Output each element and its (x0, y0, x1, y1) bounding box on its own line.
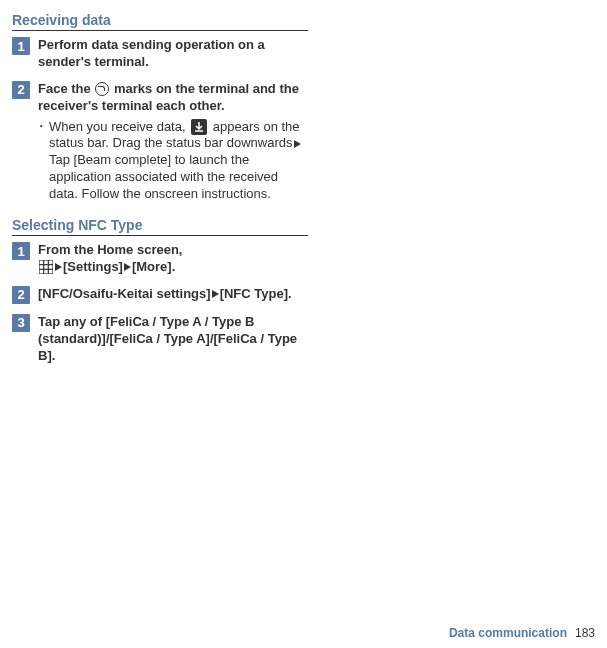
text-part: When you receive data, (49, 119, 189, 134)
page-footer: Data communication 183 (449, 626, 595, 640)
svg-rect-0 (39, 260, 53, 274)
bullet-dot-icon: ･ (38, 119, 45, 203)
download-icon (191, 119, 207, 135)
arrow-right-icon (55, 263, 62, 271)
arrow-right-icon (212, 290, 219, 298)
step-number: 1 (12, 37, 30, 55)
arrow-right-icon (294, 140, 301, 148)
step-title: From the Home screen, [Settings][More]. (38, 242, 308, 276)
section-heading-nfc-type: Selecting NFC Type (12, 217, 308, 236)
text-part: Face the (38, 81, 94, 96)
text-part: From the Home screen, (38, 242, 183, 257)
nfc-icon (95, 82, 109, 96)
step-2-receive: 2 Face the marks on the terminal and the… (12, 81, 308, 203)
footer-section-label: Data communication (449, 626, 567, 640)
step-3-nfc: 3 Tap any of [FeliCa / Type A / Type B (… (12, 314, 308, 365)
arrow-right-icon (124, 263, 131, 271)
step-number: 1 (12, 242, 30, 260)
text-part: [Settings] (63, 259, 123, 274)
text-part: Tap [Beam complete] to launch the applic… (49, 152, 278, 201)
apps-grid-icon (39, 260, 53, 274)
page-number: 183 (575, 626, 595, 640)
step-2-nfc: 2 [NFC/Osaifu-Keitai settings][NFC Type]… (12, 286, 308, 304)
step-number: 2 (12, 286, 30, 304)
step-title: [NFC/Osaifu-Keitai settings][NFC Type]. (38, 286, 308, 303)
sub-bullet: ･ When you receive data, appears on the … (38, 119, 308, 203)
section-heading-receiving: Receiving data (12, 12, 308, 31)
step-title: Face the marks on the terminal and the r… (38, 81, 308, 115)
text-part: [More]. (132, 259, 175, 274)
text-part: [NFC Type]. (220, 286, 292, 301)
step-1-nfc: 1 From the Home screen, [Settings][More]… (12, 242, 308, 276)
step-1-receive: 1 Perform data sending operation on a se… (12, 37, 308, 71)
step-number: 3 (12, 314, 30, 332)
step-title: Perform data sending operation on a send… (38, 37, 308, 71)
text-part: [NFC/Osaifu-Keitai settings] (38, 286, 211, 301)
step-number: 2 (12, 81, 30, 99)
step-title: Tap any of [FeliCa / Type A / Type B (st… (38, 314, 308, 365)
bullet-text: When you receive data, appears on the st… (49, 119, 308, 203)
